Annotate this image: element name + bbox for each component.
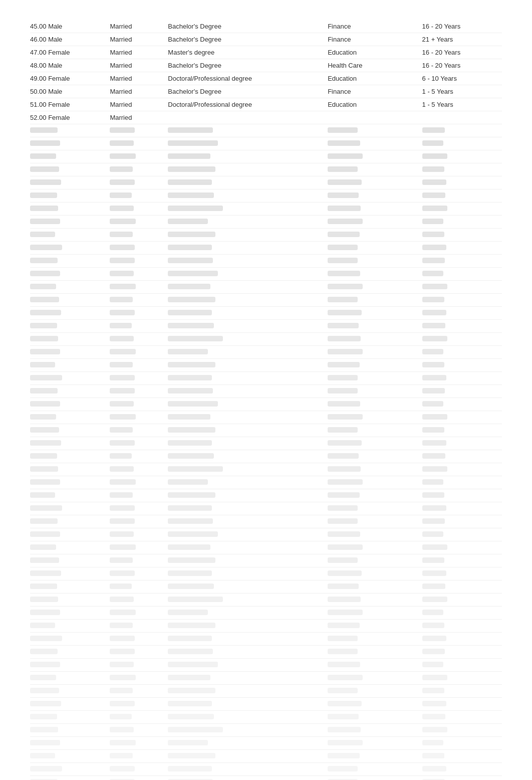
- blurred-cell: [110, 189, 168, 203]
- table-cell: 45.00 Male: [30, 20, 110, 33]
- blurred-cell: [422, 294, 502, 307]
- table-row: 48.00 MaleMarriedBachelor's DegreeHealth…: [30, 59, 502, 72]
- blurred-cell: [30, 672, 110, 685]
- blurred-cell: [110, 489, 168, 502]
- table-row-blurred: [30, 502, 502, 515]
- blurred-cell: [30, 502, 110, 515]
- blurred-cell: [30, 320, 110, 333]
- blurred-cell: [168, 528, 328, 541]
- table-row-blurred: [30, 607, 502, 620]
- blurred-cell: [422, 346, 502, 359]
- blurred-cell: [30, 294, 110, 307]
- blurred-cell: [328, 268, 422, 281]
- blurred-cell: [168, 776, 328, 781]
- blurred-cell: [328, 685, 422, 698]
- blurred-cell: [110, 646, 168, 659]
- table-row-blurred: [30, 476, 502, 489]
- blurred-cell: [168, 594, 328, 607]
- table-cell: 47.00 Female: [30, 46, 110, 59]
- blurred-cell: [110, 450, 168, 463]
- table-row-blurred: [30, 567, 502, 580]
- blurred-cell: [110, 463, 168, 476]
- blurred-cell: [30, 424, 110, 437]
- blurred-cell: [110, 502, 168, 515]
- blurred-cell: [110, 776, 168, 781]
- blurred-cell: [30, 437, 110, 450]
- blurred-cell: [168, 216, 328, 229]
- blurred-cell: [30, 229, 110, 242]
- blurred-cell: [30, 620, 110, 633]
- blurred-cell: [168, 737, 328, 750]
- table-cell: 1 - 5 Years: [422, 98, 502, 111]
- blurred-cell: [110, 554, 168, 567]
- blurred-cell: [328, 294, 422, 307]
- blurred-cell: [168, 450, 328, 463]
- blurred-cell: [328, 372, 422, 385]
- blurred-cell: [328, 307, 422, 320]
- blurred-cell: [110, 359, 168, 372]
- blurred-cell: [168, 307, 328, 320]
- blurred-cell: [110, 137, 168, 150]
- blurred-cell: [30, 450, 110, 463]
- blurred-cell: [110, 163, 168, 176]
- blurred-cell: [110, 711, 168, 724]
- blurred-cell: [110, 150, 168, 163]
- blurred-cell: [168, 176, 328, 189]
- blurred-cell: [110, 229, 168, 242]
- blurred-cell: [422, 515, 502, 528]
- blurred-cell: [30, 489, 110, 502]
- blurred-cell: [30, 346, 110, 359]
- blurred-cell: [30, 528, 110, 541]
- blurred-cell: [422, 137, 502, 150]
- table-row-blurred: [30, 203, 502, 216]
- blurred-cell: [30, 281, 110, 294]
- table-row-blurred: [30, 750, 502, 763]
- table-row-blurred: [30, 281, 502, 294]
- blurred-cell: [328, 594, 422, 607]
- blurred-cell: [30, 372, 110, 385]
- table-row-blurred: [30, 359, 502, 372]
- blurred-cell: [30, 659, 110, 672]
- blurred-cell: [30, 515, 110, 528]
- blurred-cell: [30, 554, 110, 567]
- blurred-cell: [422, 567, 502, 580]
- table-cell: Finance: [328, 33, 422, 46]
- table-cell: Master's degree: [168, 46, 328, 59]
- blurred-cell: [328, 242, 422, 255]
- table-row: 47.00 FemaleMarriedMaster's degreeEducat…: [30, 46, 502, 59]
- table-row-blurred: [30, 268, 502, 281]
- table-cell: Married: [110, 98, 168, 111]
- blurred-cell: [422, 189, 502, 203]
- blurred-cell: [328, 359, 422, 372]
- blurred-cell: [422, 307, 502, 320]
- blurred-cell: [168, 411, 328, 424]
- blurred-cell: [168, 554, 328, 567]
- blurred-cell: [328, 424, 422, 437]
- table-row-blurred: [30, 724, 502, 737]
- blurred-cell: [328, 320, 422, 333]
- table-row-blurred: [30, 437, 502, 450]
- blurred-cell: [422, 372, 502, 385]
- table-cell: Married: [110, 20, 168, 33]
- blurred-cell: [30, 137, 110, 150]
- table-row-blurred: [30, 646, 502, 659]
- blurred-cell: [422, 502, 502, 515]
- blurred-cell: [168, 124, 328, 137]
- blurred-cell: [168, 229, 328, 242]
- table-cell: Married: [110, 59, 168, 72]
- blurred-cell: [328, 567, 422, 580]
- blurred-cell: [110, 398, 168, 411]
- blurred-cell: [422, 698, 502, 711]
- blurred-cell: [328, 163, 422, 176]
- blurred-cell: [328, 150, 422, 163]
- table-row-blurred: [30, 346, 502, 359]
- blurred-cell: [328, 737, 422, 750]
- blurred-cell: [30, 567, 110, 580]
- table-cell: Finance: [328, 85, 422, 98]
- blurred-cell: [422, 268, 502, 281]
- blurred-cell: [422, 242, 502, 255]
- blurred-cell: [328, 763, 422, 776]
- blurred-cell: [110, 620, 168, 633]
- blurred-cell: [328, 528, 422, 541]
- blurred-cell: [168, 294, 328, 307]
